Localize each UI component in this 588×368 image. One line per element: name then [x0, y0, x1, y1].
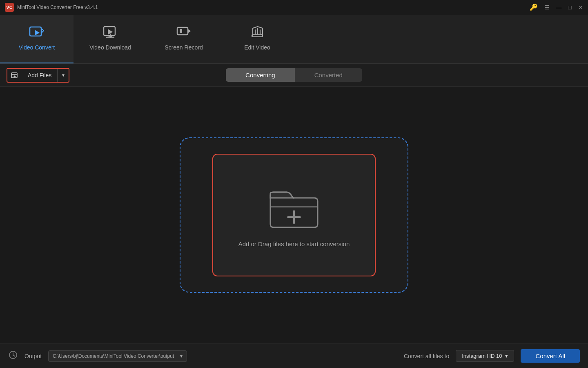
nav-video-download-label: Video Download [89, 44, 131, 51]
svg-rect-6 [180, 29, 182, 33]
nav-video-convert[interactable]: Video Convert [0, 15, 74, 63]
main-content: Add or Drag files here to start conversi… [0, 87, 588, 343]
add-files-icon [7, 69, 22, 82]
video-convert-icon [29, 25, 45, 41]
navbar: Video Convert Video Download Screen Reco… [0, 15, 588, 64]
app-title: MiniTool Video Converter Free v3.4.1 [17, 4, 98, 10]
nav-screen-record-label: Screen Record [165, 44, 203, 51]
svg-marker-5 [188, 29, 191, 33]
maximize-button[interactable]: □ [568, 4, 572, 10]
drop-zone-outer: Add or Drag files here to start conversi… [180, 137, 408, 293]
nav-video-convert-label: Video Convert [19, 44, 55, 51]
add-files-label: Add Files [22, 69, 57, 82]
close-button[interactable]: ✕ [578, 4, 583, 10]
folder-add-icon [265, 183, 323, 232]
format-selector[interactable]: Instagram HD 10 ▾ [456, 350, 514, 362]
output-path-selector[interactable]: C:\Users\bj\Documents\MiniTool Video Con… [48, 350, 187, 362]
window-controls: 🔑 ☰ — □ ✕ [530, 4, 583, 11]
convert-all-files-label: Convert all files to [404, 353, 449, 359]
clock-icon [8, 350, 18, 362]
nav-video-download[interactable]: Video Download [74, 15, 147, 63]
add-files-dropdown-arrow[interactable]: ▾ [57, 69, 69, 82]
tab-converting[interactable]: Converting [226, 68, 295, 82]
svg-rect-8 [11, 73, 17, 78]
nav-edit-video[interactable]: Edit Video [220, 15, 294, 63]
titlebar: VC MiniTool Video Converter Free v3.4.1 … [0, 0, 588, 15]
output-path-text: C:\Users\bj\Documents\MiniTool Video Con… [53, 353, 174, 359]
key-icon[interactable]: 🔑 [530, 4, 538, 11]
output-label: Output [24, 353, 42, 359]
convert-all-button[interactable]: Convert All [521, 349, 580, 363]
drop-zone-inner[interactable]: Add or Drag files here to start conversi… [212, 154, 376, 276]
format-dropdown-icon: ▾ [505, 353, 508, 359]
format-value-text: Instagram HD 10 [462, 353, 502, 359]
svg-marker-1 [35, 30, 40, 36]
tab-converted[interactable]: Converted [295, 68, 362, 82]
minimize-button[interactable]: — [556, 4, 562, 10]
footer: Output C:\Users\bj\Documents\MiniTool Vi… [0, 343, 588, 368]
video-download-icon [102, 25, 118, 41]
screen-record-icon [176, 25, 192, 41]
nav-screen-record[interactable]: Screen Record [147, 15, 220, 63]
svg-rect-7 [252, 35, 263, 37]
drop-zone-text: Add or Drag files here to start conversi… [238, 240, 350, 247]
tab-group: Converting Converted [226, 68, 362, 82]
menu-icon[interactable]: ☰ [544, 4, 550, 10]
toolbar: Add Files ▾ Converting Converted [0, 64, 588, 87]
nav-edit-video-label: Edit Video [244, 44, 270, 51]
svg-rect-4 [177, 27, 188, 35]
app-logo: VC [5, 3, 14, 12]
edit-video-icon [249, 25, 265, 41]
output-path-dropdown-icon: ▾ [180, 353, 183, 359]
add-files-button[interactable]: Add Files ▾ [7, 68, 69, 83]
